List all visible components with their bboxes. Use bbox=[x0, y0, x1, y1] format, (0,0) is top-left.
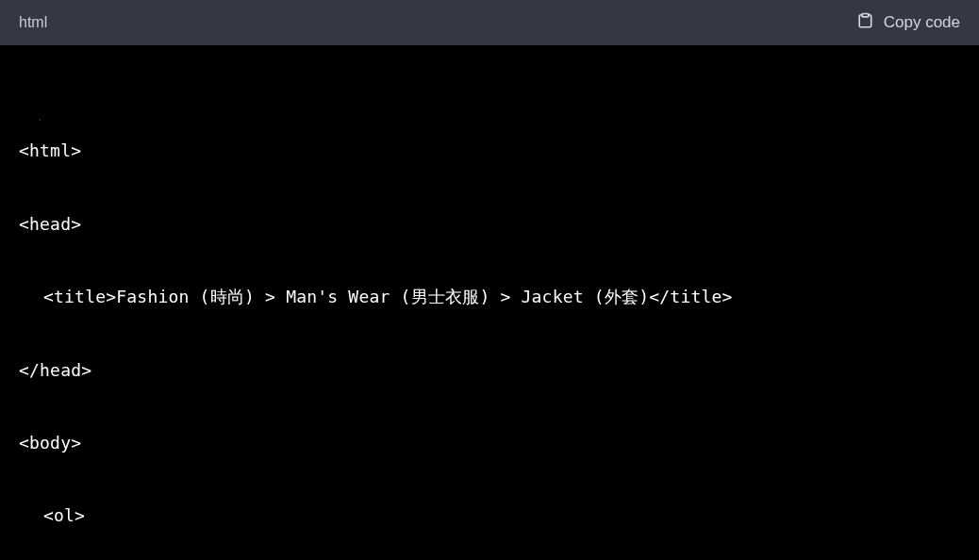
code-line: <body> bbox=[19, 425, 960, 462]
copy-code-label: Copy code bbox=[884, 13, 960, 32]
code-content: . <html> <head> <title>Fashion (時尚) > Ma… bbox=[0, 45, 979, 560]
copy-code-button[interactable]: Copy code bbox=[855, 11, 960, 35]
code-line: <title>Fashion (時尚) > Man's Wear (男士衣服) … bbox=[19, 279, 960, 316]
code-line: <html> bbox=[19, 133, 960, 170]
cursor-dot: . bbox=[19, 114, 42, 123]
code-block-header: html Copy code bbox=[0, 0, 979, 45]
clipboard-icon bbox=[855, 11, 874, 35]
code-line: <ol> bbox=[19, 498, 960, 535]
language-label: html bbox=[19, 14, 47, 31]
code-line: </head> bbox=[19, 353, 960, 389]
code-line: <head> bbox=[19, 206, 960, 243]
